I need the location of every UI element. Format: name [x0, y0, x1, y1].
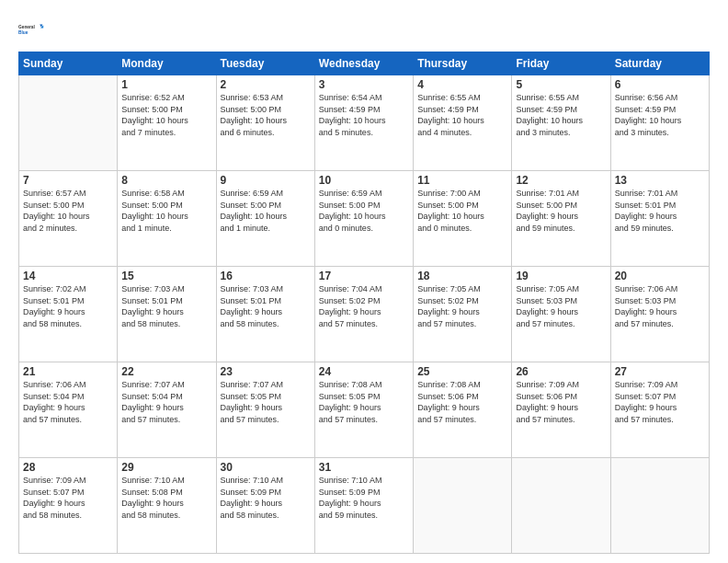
- cell-info: Sunrise: 7:05 AM Sunset: 5:02 PM Dayligh…: [417, 283, 507, 329]
- cell-info: Sunrise: 7:10 AM Sunset: 5:09 PM Dayligh…: [319, 475, 409, 521]
- day-number: 14: [23, 270, 113, 282]
- calendar-cell: 2Sunrise: 6:53 AM Sunset: 5:00 PM Daylig…: [216, 75, 314, 171]
- day-number: 29: [121, 461, 211, 474]
- calendar-cell: 8Sunrise: 6:58 AM Sunset: 5:00 PM Daylig…: [118, 171, 216, 267]
- cell-info: Sunrise: 7:06 AM Sunset: 5:04 PM Dayligh…: [23, 379, 113, 425]
- calendar-cell: [19, 75, 118, 171]
- calendar-table: SundayMondayTuesdayWednesdayThursdayFrid…: [18, 52, 710, 554]
- page: General Blue SundayMondayTuesdayWednesda…: [0, 0, 728, 563]
- cell-info: Sunrise: 7:00 AM Sunset: 5:00 PM Dayligh…: [417, 188, 507, 234]
- day-number: 6: [615, 78, 705, 91]
- week-row-4: 28Sunrise: 7:09 AM Sunset: 5:07 PM Dayli…: [19, 458, 710, 554]
- week-row-2: 14Sunrise: 7:02 AM Sunset: 5:01 PM Dayli…: [19, 267, 710, 362]
- cell-info: Sunrise: 7:07 AM Sunset: 5:04 PM Dayligh…: [121, 379, 211, 425]
- logo: General Blue: [18, 17, 44, 42]
- cell-info: Sunrise: 7:10 AM Sunset: 5:08 PM Dayligh…: [121, 475, 211, 521]
- cell-info: Sunrise: 7:08 AM Sunset: 5:06 PM Dayligh…: [417, 379, 507, 425]
- calendar-cell: 30Sunrise: 7:10 AM Sunset: 5:09 PM Dayli…: [216, 458, 314, 554]
- day-number: 26: [516, 365, 606, 378]
- cell-info: Sunrise: 6:55 AM Sunset: 4:59 PM Dayligh…: [417, 92, 507, 138]
- week-row-1: 7Sunrise: 6:57 AM Sunset: 5:00 PM Daylig…: [19, 171, 710, 267]
- calendar-cell: 22Sunrise: 7:07 AM Sunset: 5:04 PM Dayli…: [118, 362, 216, 458]
- day-number: 23: [221, 365, 311, 378]
- day-number: 22: [121, 365, 211, 378]
- calendar-cell: 23Sunrise: 7:07 AM Sunset: 5:05 PM Dayli…: [216, 362, 314, 458]
- calendar-header: SundayMondayTuesdayWednesdayThursdayFrid…: [19, 52, 710, 75]
- day-number: 3: [319, 78, 409, 91]
- cell-info: Sunrise: 6:57 AM Sunset: 5:00 PM Dayligh…: [23, 188, 113, 234]
- calendar-cell: 9Sunrise: 6:59 AM Sunset: 5:00 PM Daylig…: [216, 171, 314, 267]
- calendar-cell: 12Sunrise: 7:01 AM Sunset: 5:00 PM Dayli…: [512, 171, 610, 267]
- day-header-friday: Friday: [512, 52, 610, 75]
- cell-info: Sunrise: 7:10 AM Sunset: 5:09 PM Dayligh…: [221, 475, 311, 521]
- day-header-thursday: Thursday: [414, 52, 512, 75]
- svg-text:General: General: [18, 25, 35, 29]
- day-number: 5: [516, 78, 606, 91]
- calendar-cell: 19Sunrise: 7:05 AM Sunset: 5:03 PM Dayli…: [512, 267, 610, 362]
- cell-info: Sunrise: 6:55 AM Sunset: 4:59 PM Dayligh…: [516, 92, 606, 138]
- calendar-cell: 15Sunrise: 7:03 AM Sunset: 5:01 PM Dayli…: [118, 267, 216, 362]
- day-number: 19: [516, 270, 606, 282]
- calendar-cell: 5Sunrise: 6:55 AM Sunset: 4:59 PM Daylig…: [512, 75, 610, 171]
- day-number: 30: [221, 461, 311, 474]
- cell-info: Sunrise: 6:59 AM Sunset: 5:00 PM Dayligh…: [319, 188, 409, 234]
- day-header-sunday: Sunday: [19, 52, 118, 75]
- cell-info: Sunrise: 7:01 AM Sunset: 5:00 PM Dayligh…: [516, 188, 606, 234]
- cell-info: Sunrise: 6:52 AM Sunset: 5:00 PM Dayligh…: [121, 92, 211, 138]
- calendar-cell: [414, 458, 512, 554]
- calendar-cell: 3Sunrise: 6:54 AM Sunset: 4:59 PM Daylig…: [314, 75, 413, 171]
- cell-info: Sunrise: 7:09 AM Sunset: 5:07 PM Dayligh…: [23, 475, 113, 521]
- calendar-cell: 10Sunrise: 6:59 AM Sunset: 5:00 PM Dayli…: [314, 171, 413, 267]
- day-number: 18: [417, 270, 507, 282]
- cell-info: Sunrise: 7:05 AM Sunset: 5:03 PM Dayligh…: [516, 283, 606, 329]
- calendar-cell: 13Sunrise: 7:01 AM Sunset: 5:01 PM Dayli…: [610, 171, 709, 267]
- day-number: 8: [121, 174, 211, 187]
- cell-info: Sunrise: 7:08 AM Sunset: 5:05 PM Dayligh…: [319, 379, 409, 425]
- day-number: 4: [417, 78, 507, 91]
- day-header-monday: Monday: [118, 52, 216, 75]
- calendar-cell: 21Sunrise: 7:06 AM Sunset: 5:04 PM Dayli…: [19, 362, 118, 458]
- calendar-cell: 16Sunrise: 7:03 AM Sunset: 5:01 PM Dayli…: [216, 267, 314, 362]
- calendar-cell: 20Sunrise: 7:06 AM Sunset: 5:03 PM Dayli…: [610, 267, 709, 362]
- cell-info: Sunrise: 7:03 AM Sunset: 5:01 PM Dayligh…: [221, 283, 311, 329]
- calendar-cell: 14Sunrise: 7:02 AM Sunset: 5:01 PM Dayli…: [19, 267, 118, 362]
- calendar-cell: 7Sunrise: 6:57 AM Sunset: 5:00 PM Daylig…: [19, 171, 118, 267]
- calendar-cell: 28Sunrise: 7:09 AM Sunset: 5:07 PM Dayli…: [19, 458, 118, 554]
- day-number: 21: [23, 365, 113, 378]
- day-number: 2: [221, 78, 311, 91]
- cell-info: Sunrise: 7:01 AM Sunset: 5:01 PM Dayligh…: [615, 188, 705, 234]
- day-number: 12: [516, 174, 606, 187]
- svg-text:Blue: Blue: [18, 30, 28, 35]
- cell-info: Sunrise: 7:09 AM Sunset: 5:07 PM Dayligh…: [615, 379, 705, 425]
- day-number: 17: [319, 270, 409, 282]
- day-number: 11: [417, 174, 507, 187]
- logo-icon: General Blue: [18, 17, 44, 42]
- day-number: 27: [615, 365, 705, 378]
- day-number: 24: [319, 365, 409, 378]
- week-row-3: 21Sunrise: 7:06 AM Sunset: 5:04 PM Dayli…: [19, 362, 710, 458]
- calendar-cell: [512, 458, 610, 554]
- cell-info: Sunrise: 7:02 AM Sunset: 5:01 PM Dayligh…: [23, 283, 113, 329]
- cell-info: Sunrise: 6:54 AM Sunset: 4:59 PM Dayligh…: [319, 92, 409, 138]
- header: General Blue: [18, 17, 710, 42]
- calendar-body: 1Sunrise: 6:52 AM Sunset: 5:00 PM Daylig…: [19, 75, 710, 554]
- calendar-cell: 18Sunrise: 7:05 AM Sunset: 5:02 PM Dayli…: [414, 267, 512, 362]
- calendar-cell: 1Sunrise: 6:52 AM Sunset: 5:00 PM Daylig…: [118, 75, 216, 171]
- cell-info: Sunrise: 6:53 AM Sunset: 5:00 PM Dayligh…: [221, 92, 311, 138]
- calendar-cell: 6Sunrise: 6:56 AM Sunset: 4:59 PM Daylig…: [610, 75, 709, 171]
- cell-info: Sunrise: 6:59 AM Sunset: 5:00 PM Dayligh…: [221, 188, 311, 234]
- cell-info: Sunrise: 6:58 AM Sunset: 5:00 PM Dayligh…: [121, 188, 211, 234]
- calendar-cell: 25Sunrise: 7:08 AM Sunset: 5:06 PM Dayli…: [414, 362, 512, 458]
- day-header-tuesday: Tuesday: [216, 52, 314, 75]
- cell-info: Sunrise: 6:56 AM Sunset: 4:59 PM Dayligh…: [615, 92, 705, 138]
- calendar-cell: 29Sunrise: 7:10 AM Sunset: 5:08 PM Dayli…: [118, 458, 216, 554]
- cell-info: Sunrise: 7:06 AM Sunset: 5:03 PM Dayligh…: [615, 283, 705, 329]
- cell-info: Sunrise: 7:04 AM Sunset: 5:02 PM Dayligh…: [319, 283, 409, 329]
- day-number: 15: [121, 270, 211, 282]
- cell-info: Sunrise: 7:07 AM Sunset: 5:05 PM Dayligh…: [221, 379, 311, 425]
- calendar-cell: 26Sunrise: 7:09 AM Sunset: 5:06 PM Dayli…: [512, 362, 610, 458]
- calendar-cell: 17Sunrise: 7:04 AM Sunset: 5:02 PM Dayli…: [314, 267, 413, 362]
- calendar-cell: [610, 458, 709, 554]
- day-number: 7: [23, 174, 113, 187]
- header-row: SundayMondayTuesdayWednesdayThursdayFrid…: [19, 52, 710, 75]
